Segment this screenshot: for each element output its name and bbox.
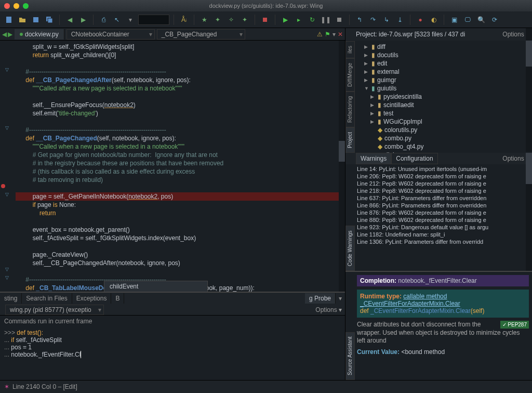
- warning-item[interactable]: Line 923: PyLint: Dangerous default valu…: [357, 224, 530, 231]
- fold-icon[interactable]: ▽: [5, 66, 9, 74]
- warnings-tab[interactable]: Warnings: [356, 153, 391, 164]
- ac-item[interactable]: childEvent: [104, 281, 207, 292]
- vtab-warnings[interactable]: Code Warnings: [345, 226, 355, 271]
- tree-item[interactable]: ▶▮guimgr: [356, 76, 532, 84]
- pause-icon[interactable]: ❚❚: [320, 14, 331, 25]
- stop-debug-icon[interactable]: [334, 14, 345, 25]
- class-selector[interactable]: CNotebookContainer: [66, 29, 155, 40]
- warning-item[interactable]: Line 880: Pep8: W602 deprecated form of …: [357, 216, 530, 224]
- warning-item[interactable]: Line 206: Pep8: W602 deprecated form of …: [357, 173, 530, 180]
- warning-item[interactable]: Line 637: PyLint: Parameters differ from…: [357, 194, 530, 202]
- tree-item[interactable]: ▶▮test: [356, 109, 532, 117]
- new-file-icon[interactable]: [3, 14, 15, 25]
- editor-scrollbar[interactable]: [339, 41, 345, 292]
- bookmark-list-icon[interactable]: ✦: [239, 14, 250, 25]
- breakpoint-cond-icon[interactable]: ◐: [428, 14, 440, 25]
- project-tree[interactable]: ▶▮diff▶▮docutils▶▮edit▶▮external▶▮guimgr…: [345, 41, 532, 161]
- method-selector[interactable]: _CB_PageChanged: [157, 29, 245, 40]
- save-all-icon[interactable]: [44, 14, 55, 25]
- runtime-link[interactable]: callable method: [403, 293, 447, 300]
- search-icon[interactable]: 🔍: [475, 14, 487, 25]
- cursor-icon[interactable]: ↖: [111, 14, 123, 25]
- warning-item[interactable]: Line 1306: PyLint: Parameters differ fro…: [357, 238, 530, 245]
- autocomplete-popup[interactable]: childEvent children Clear connectNotify …: [104, 281, 208, 292]
- save-icon[interactable]: [30, 14, 42, 25]
- tree-item[interactable]: ▶▮WGuiCppImpl: [356, 117, 532, 126]
- maximize-window-icon[interactable]: [23, 3, 29, 9]
- monitor-icon[interactable]: 🖵: [462, 14, 473, 25]
- terminal-icon[interactable]: ▣: [448, 14, 460, 25]
- vtab-diff[interactable]: Diff/Merge: [345, 58, 355, 91]
- stop-icon[interactable]: [259, 14, 271, 25]
- nav-back-icon[interactable]: ◀: [2, 31, 7, 38]
- menu-icon[interactable]: ▾: [332, 31, 336, 38]
- project-options[interactable]: Options ▾: [502, 31, 529, 38]
- tree-item[interactable]: ▶▮external: [356, 68, 532, 76]
- warning-item[interactable]: Line 212: Pep8: W602 deprecated form of …: [357, 180, 530, 187]
- minimize-window-icon[interactable]: [14, 3, 19, 9]
- file-tab[interactable]: dockview.py: [15, 29, 64, 40]
- bookmark-prev-icon[interactable]: ✦: [212, 14, 223, 25]
- breakpoint-icon[interactable]: ●: [415, 14, 426, 25]
- bottom-tab[interactable]: Exceptions: [72, 293, 112, 304]
- tree-item[interactable]: ◆combo.py: [356, 134, 532, 142]
- breakpoint-marker-icon[interactable]: [1, 184, 5, 188]
- flag-icon[interactable]: ⚑: [325, 31, 330, 38]
- runtime-link[interactable]: _CEventFilterForAdapterMixin.Clear: [360, 300, 460, 307]
- nav-fwd-icon[interactable]: ▶: [8, 31, 12, 38]
- refresh-icon[interactable]: ⟳: [489, 14, 500, 25]
- run-icon[interactable]: ▶: [280, 14, 291, 25]
- fold-icon[interactable]: ▽: [5, 273, 9, 282]
- debug-console[interactable]: >>> def test(): ... if self._fActiveSpli…: [0, 327, 345, 360]
- step-into-icon[interactable]: ↳: [381, 14, 392, 25]
- fold-icon[interactable]: ▽: [5, 190, 9, 199]
- dropdown-icon[interactable]: ▾: [125, 14, 136, 25]
- step-over-icon[interactable]: ↷: [367, 14, 379, 25]
- close-tab-icon[interactable]: ✕: [338, 31, 343, 38]
- bookmark-icon[interactable]: ★: [198, 14, 210, 25]
- warning-item[interactable]: Line 876: Pep8: W602 deprecated form of …: [357, 209, 530, 216]
- bug-icon[interactable]: ✶: [4, 383, 9, 390]
- tree-item[interactable]: ▼▮guiutils: [356, 84, 532, 93]
- tree-item[interactable]: ▶▮edit: [356, 59, 532, 68]
- bookmark-next-icon[interactable]: ✧: [225, 14, 237, 25]
- tree-item[interactable]: ◆combo_qt4.py: [356, 142, 532, 151]
- vtab-files[interactable]: iles: [345, 41, 355, 58]
- warnings-scrollbar[interactable]: [526, 153, 532, 271]
- tree-item[interactable]: ▶▮docutils: [356, 51, 532, 59]
- vtab-refactoring[interactable]: Refactoring: [345, 91, 355, 127]
- tree-item[interactable]: ▶▮diff: [356, 43, 532, 51]
- fold-icon[interactable]: ▽: [5, 265, 9, 273]
- tree-item[interactable]: ▶▮scintillaedit: [356, 101, 532, 109]
- tree-item[interactable]: ◆colorutils.py: [356, 126, 532, 134]
- vtab-project[interactable]: Project: [345, 127, 355, 153]
- warning-item[interactable]: Line 218: Pep8: W602 deprecated form of …: [357, 187, 530, 194]
- open-folder-icon[interactable]: [17, 14, 28, 25]
- toolbar-search-input[interactable]: [138, 15, 169, 25]
- bottom-options[interactable]: Options ▾: [315, 306, 342, 313]
- debug-continue-icon[interactable]: ▸: [293, 14, 304, 25]
- symbol-icon[interactable]: Åᵢ: [178, 14, 190, 25]
- warning-item[interactable]: Line 14: PyLint: Unused import itertools…: [357, 165, 530, 173]
- fold-icon[interactable]: ▽: [5, 124, 9, 132]
- config-tab[interactable]: Configuration: [391, 153, 437, 164]
- step-out-icon[interactable]: ↰: [354, 14, 365, 25]
- bottom-tab[interactable]: sting: [0, 293, 22, 304]
- vtab-source-assistant[interactable]: Source Assistant: [345, 332, 355, 380]
- bottom-tab[interactable]: Search in Files: [22, 293, 72, 304]
- goto-icon[interactable]: ⎙: [98, 14, 109, 25]
- warning-icon[interactable]: ⚠: [317, 31, 323, 38]
- process-selector[interactable]: wing.py (pid 85777) (exceptio: [5, 305, 104, 315]
- tree-scrollbar[interactable]: [526, 28, 532, 152]
- close-window-icon[interactable]: [4, 3, 10, 9]
- tree-item[interactable]: ▶▮pysidescintilla: [356, 93, 532, 101]
- code-editor[interactable]: ▽ ▽ ▽ ▽ ▽ split_w = self._fGtkSplitWidge…: [0, 41, 345, 292]
- forward-icon[interactable]: ▶: [77, 14, 89, 25]
- warning-item[interactable]: Line 1182: Undefined name: split_i: [357, 231, 530, 238]
- warning-item[interactable]: Line 866: PyLint: Parameters differ from…: [357, 202, 530, 209]
- step-icon[interactable]: ⤓: [394, 14, 406, 25]
- bottom-tab-probe[interactable]: g Probe: [305, 293, 336, 304]
- back-icon[interactable]: ◀: [64, 14, 75, 25]
- bottom-menu-icon[interactable]: ▾: [336, 295, 345, 302]
- bottom-tab[interactable]: B: [111, 293, 124, 304]
